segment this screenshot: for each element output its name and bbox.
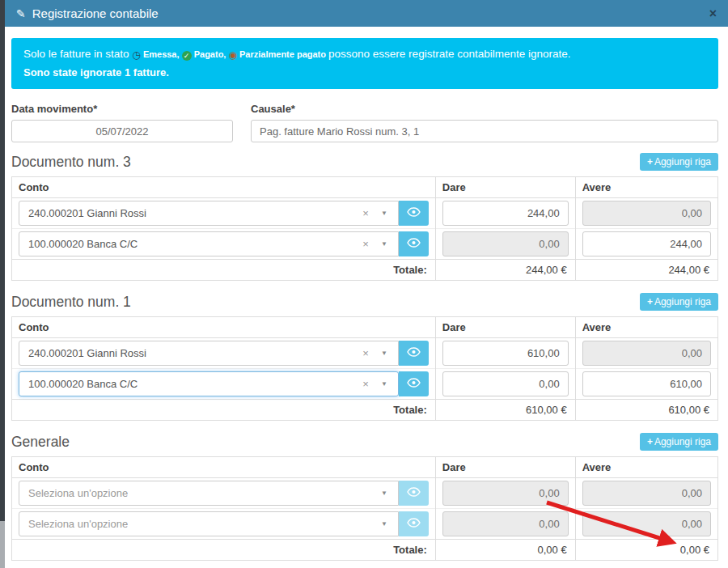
totale-avere: 0,00 € <box>575 540 717 561</box>
conto-select[interactable]: 240.000201 Gianni Rossi × ▼ <box>19 341 399 366</box>
modal-header: ✎ Registrazione contabile × <box>5 0 728 27</box>
totale-avere: 244,00 € <box>575 260 717 281</box>
eye-icon <box>407 347 421 359</box>
status-badge-pagato: ✓ Pagato, <box>182 49 229 59</box>
conto-placeholder: Seleziona un'opzione <box>28 487 381 499</box>
causale-input[interactable]: Pag. fatture Mario Rossi num. 3, 1 <box>251 120 718 142</box>
caret-down-icon: ▼ <box>381 350 387 357</box>
caret-down-icon: ▼ <box>381 240 387 248</box>
conto-value: 100.000020 Banca C/C <box>28 238 358 250</box>
conto-value: 240.000201 Gianni Rossi <box>28 207 358 219</box>
view-account-button[interactable] <box>399 231 429 256</box>
table-row: 240.000201 Gianni Rossi × ▼ 610,00 0,00 <box>12 338 718 369</box>
column-header-conto: Conto <box>12 177 436 198</box>
dare-input[interactable]: 244,00 <box>442 201 569 226</box>
totale-avere: 610,00 € <box>575 400 717 421</box>
totale-row: Totale: 610,00 € 610,00 € <box>12 400 718 421</box>
conto-select[interactable]: 100.000020 Banca C/C × ▼ <box>19 231 399 256</box>
clear-icon[interactable]: × <box>362 207 369 219</box>
info-alert: Solo le fatture in stato ◷ Emessa, ✓ Pag… <box>11 38 718 89</box>
section-title: Documento num. 3 <box>11 154 131 171</box>
column-header-conto: Conto <box>12 457 436 478</box>
eye-icon <box>407 238 421 250</box>
status-badge-emessa: ◷ Emessa, <box>132 49 181 59</box>
dare-input[interactable]: 610,00 <box>442 341 569 366</box>
caret-down-icon: ▼ <box>381 490 387 497</box>
caret-down-icon: ▼ <box>381 520 387 528</box>
column-header-conto: Conto <box>12 317 436 338</box>
partial-circle-icon: ◉ <box>228 47 236 64</box>
totale-row: Totale: 244,00 € 244,00 € <box>12 260 718 281</box>
eye-icon <box>407 378 421 390</box>
status-label: Emessa, <box>143 49 180 59</box>
column-header-avere: Avere <box>575 317 717 338</box>
dare-input[interactable]: 0,00 <box>442 371 569 396</box>
dare-input: 0,00 <box>442 481 569 506</box>
page-edge-dark <box>0 0 5 521</box>
date-field-group: Data movimento* 05/07/2022 <box>11 103 233 142</box>
view-account-button[interactable] <box>399 341 429 366</box>
modal-body: Solo le fatture in stato ◷ Emessa, ✓ Pag… <box>5 27 728 568</box>
caret-down-icon: ▼ <box>381 210 387 217</box>
column-header-avere: Avere <box>575 457 717 478</box>
totale-label: Totale: <box>12 400 436 421</box>
clear-icon[interactable]: × <box>362 347 369 359</box>
date-input[interactable]: 05/07/2022 <box>11 120 233 142</box>
plus-icon: + <box>647 436 653 447</box>
eye-icon <box>407 487 421 499</box>
add-row-label: Aggiungi riga <box>654 156 711 167</box>
view-account-button <box>399 511 429 536</box>
alert-suffix: possono essere registrate contabilmente … <box>328 48 570 60</box>
add-row-label: Aggiungi riga <box>654 436 711 447</box>
caret-down-icon: ▼ <box>381 380 387 388</box>
view-account-button[interactable] <box>399 371 429 396</box>
date-label: Data movimento* <box>11 103 233 115</box>
causale-field-group: Causale* Pag. fatture Mario Rossi num. 3… <box>251 103 718 142</box>
add-row-button[interactable]: +Aggiungi riga <box>640 433 718 451</box>
clear-icon[interactable]: × <box>362 238 369 250</box>
add-row-button[interactable]: +Aggiungi riga <box>640 293 718 311</box>
conto-value: 240.000201 Gianni Rossi <box>28 347 358 359</box>
conto-select[interactable]: Seleziona un'opzione ▼ <box>19 511 399 536</box>
dare-input: 0,00 <box>442 231 569 256</box>
accounting-table: Conto Dare Avere 240.000201 Gianni Rossi… <box>11 316 718 421</box>
eye-icon <box>407 518 421 530</box>
section-documento-3: Documento num. 3 +Aggiungi riga Conto Da… <box>11 153 718 281</box>
totale-label: Totale: <box>12 260 436 281</box>
status-label: Parzialmente pagato <box>239 49 326 59</box>
eye-icon <box>407 207 421 219</box>
conto-select[interactable]: 240.000201 Gianni Rossi × ▼ <box>19 201 399 226</box>
table-row: Seleziona un'opzione ▼ 0,00 0,00 <box>12 509 718 540</box>
table-row: 100.000020 Banca C/C × ▼ 0,00 244,00 <box>12 229 718 260</box>
page-edge-light <box>0 521 5 568</box>
accounting-table: Conto Dare Avere Seleziona un'opzione ▼ <box>11 456 718 561</box>
totale-row: Totale: 0,00 € 0,00 € <box>12 540 718 561</box>
clear-icon[interactable]: × <box>362 378 369 390</box>
avere-input: 0,00 <box>582 511 711 536</box>
plus-icon: + <box>647 296 653 307</box>
avere-input[interactable]: 610,00 <box>582 371 711 396</box>
section-title: Generale <box>11 434 70 451</box>
avere-input: 0,00 <box>582 481 711 506</box>
dare-input: 0,00 <box>442 511 569 536</box>
view-account-button <box>399 481 429 506</box>
table-row: Seleziona un'opzione ▼ 0,00 0,00 <box>12 478 718 509</box>
accounting-table: Conto Dare Avere 240.000201 Gianni Rossi… <box>11 176 718 281</box>
column-header-avere: Avere <box>575 177 717 198</box>
avere-input[interactable]: 244,00 <box>582 231 711 256</box>
conto-select[interactable]: 100.000020 Banca C/C × ▼ <box>19 371 399 396</box>
table-row: 100.000020 Banca C/C × ▼ 0,00 610,00 <box>12 369 718 400</box>
avere-input: 0,00 <box>582 201 711 226</box>
clock-icon: ◷ <box>132 47 140 64</box>
table-row: 240.000201 Gianni Rossi × ▼ 244,00 0,00 <box>12 198 718 229</box>
totale-dare: 610,00 € <box>435 400 575 421</box>
view-account-button[interactable] <box>399 201 429 226</box>
conto-value: 100.000020 Banca C/C <box>28 378 358 390</box>
totale-label: Totale: <box>12 540 436 561</box>
section-title: Documento num. 1 <box>11 294 131 311</box>
add-row-button[interactable]: +Aggiungi riga <box>640 153 718 171</box>
close-icon[interactable]: × <box>709 7 717 20</box>
add-row-label: Aggiungi riga <box>654 296 711 307</box>
conto-select[interactable]: Seleziona un'opzione ▼ <box>19 481 399 506</box>
pencil-icon: ✎ <box>16 7 26 20</box>
